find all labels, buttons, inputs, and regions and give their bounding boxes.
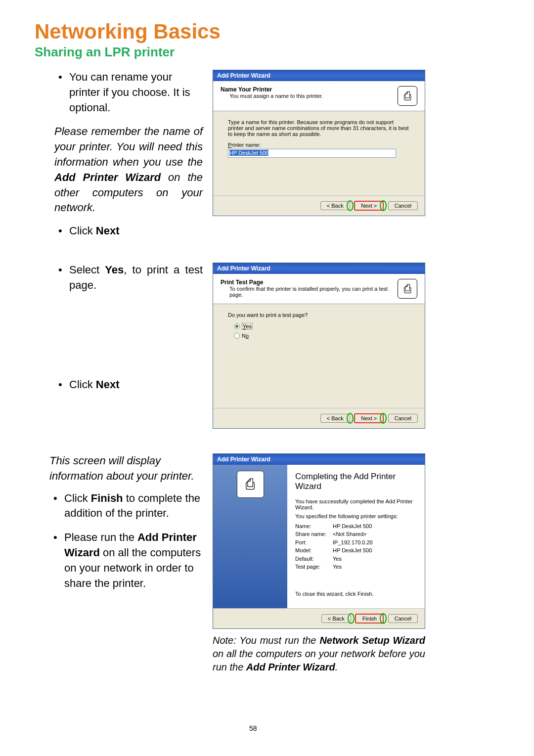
wizard-name-printer: Add Printer Wizard Name Your Printer You… xyxy=(213,70,425,216)
finish-button[interactable]: Finish xyxy=(355,614,384,623)
annotation-oval-icon xyxy=(347,200,354,211)
note-prefix: Note: You must run the xyxy=(213,635,319,646)
click-finish-prefix: Click xyxy=(64,492,91,504)
wizard-2-header-title: Print Test Page xyxy=(221,279,398,286)
back-button[interactable]: < Back xyxy=(320,201,350,210)
radio-yes-row[interactable]: Yes xyxy=(234,323,410,330)
wizard-1-titlebar: Add Printer Wizard xyxy=(213,70,425,81)
wizard-2-header-text: Print Test Page To confirm that the prin… xyxy=(221,279,398,298)
wizard-1-header-title: Name Your Printer xyxy=(221,86,398,93)
wizard-1-header-desc: You must assign a name to this printer. xyxy=(221,93,398,99)
annotation-oval-icon xyxy=(348,613,355,624)
wizard-2-question: Do you want to print a test page? xyxy=(228,312,410,318)
click-next-1-prefix: Click xyxy=(69,224,96,237)
section-3-left: This screen will display information abo… xyxy=(35,453,213,674)
setting-default: Default:Yes xyxy=(295,555,417,563)
wizard-2-header: Print Test Page To confirm that the prin… xyxy=(213,274,425,304)
wizard-2-titlebar: Add Printer Wizard xyxy=(213,263,425,274)
annotation-oval-icon xyxy=(380,413,387,424)
complete-heading: Completing the Add Printer Wizard xyxy=(295,472,417,491)
section-1-right: Add Printer Wizard Name Your Printer You… xyxy=(213,70,504,248)
section-2-bullets-2: Click Next xyxy=(54,377,203,393)
complete-text-2: You specified the following printer sett… xyxy=(295,513,417,519)
wizard-1-header-text: Name Your Printer You must assign a name… xyxy=(221,86,398,99)
printer-name-input[interactable]: HP DeskJet 500 xyxy=(228,149,396,158)
run-wizard-prefix: Please run the xyxy=(64,531,137,543)
remember-prefix: Please remember the name of your printer… xyxy=(54,125,203,168)
radio-yes-label: Yes xyxy=(242,323,253,330)
annotation-oval-icon xyxy=(380,613,387,624)
note-bold-1: Network Setup Wizard xyxy=(319,635,425,646)
setting-port: Port:IP_192.170.0.20 xyxy=(295,538,417,547)
page-container: Networking Basics Sharing an LPR printer… xyxy=(0,0,534,704)
next-button[interactable]: Next > xyxy=(354,201,384,211)
printer-icon: ⎙ xyxy=(237,471,264,498)
wizard-3-footer: < Back Finish Cancel xyxy=(213,608,425,628)
bullet-click-finish: Click Finish to complete the addition of… xyxy=(64,491,203,522)
section-3-right: Add Printer Wizard ⎙ Completing the Add … xyxy=(213,453,504,674)
section-2-left: Select Yes, to print a test page. Click … xyxy=(35,263,213,434)
cancel-button[interactable]: Cancel xyxy=(388,201,418,210)
page-title-sub: Sharing an LPR printer xyxy=(35,44,504,60)
click-finish-bold: Finish xyxy=(91,492,123,504)
wizard-1-footer: < Back Next > Cancel xyxy=(213,195,425,216)
select-yes-bold: Yes xyxy=(105,264,124,276)
printer-name-label: Printer name: xyxy=(228,142,410,148)
click-next-2-bold: Next xyxy=(96,378,120,391)
page-title-main: Networking Basics xyxy=(35,20,504,44)
select-yes-prefix: Select xyxy=(69,264,105,276)
radio-no-row[interactable]: No xyxy=(234,333,410,339)
section-2: Select Yes, to print a test page. Click … xyxy=(35,263,504,434)
setting-model: Model:HP DeskJet 500 xyxy=(295,546,417,555)
annotation-oval-icon xyxy=(380,200,387,211)
printer-name-value: HP DeskJet 500 xyxy=(229,150,268,156)
wizard-completing: Add Printer Wizard ⎙ Completing the Add … xyxy=(213,453,425,629)
cancel-button[interactable]: Cancel xyxy=(388,414,418,423)
wizard-1-header: Name Your Printer You must assign a name… xyxy=(213,81,425,111)
click-next-1-bold: Next xyxy=(96,224,120,237)
bullet-run-wizard: Please run the Add Printer Wizard on all… xyxy=(64,530,203,591)
wizard-2-body: Do you want to print a test page? Yes No xyxy=(213,304,425,408)
setting-test: Test page:Yes xyxy=(295,563,417,571)
wizard-test-page: Add Printer Wizard Print Test Page To co… xyxy=(213,263,425,429)
section-1-bullets-2: Click Next xyxy=(54,223,203,239)
radio-no-label: No xyxy=(242,333,249,339)
annotation-oval-icon xyxy=(347,413,354,424)
back-button[interactable]: < Back xyxy=(320,414,350,423)
complete-text-1: You have successfully completed the Add … xyxy=(295,498,417,510)
section-1-left: You can rename your printer if you choos… xyxy=(35,70,213,248)
section-1-bullets: You can rename your printer if you choos… xyxy=(54,70,203,115)
wizard-2-footer: < Back Next > Cancel xyxy=(213,408,425,428)
bullet-select-yes: Select Yes, to print a test page. xyxy=(69,263,203,293)
cancel-button[interactable]: Cancel xyxy=(388,614,418,623)
setting-name: Name:HP DeskJet 500 xyxy=(295,522,417,531)
section-2-right: Add Printer Wizard Print Test Page To co… xyxy=(213,263,504,434)
page-number: 58 xyxy=(249,724,257,732)
wizard-3-left-panel: ⎙ xyxy=(213,465,287,608)
printer-icon: ⎙ xyxy=(398,279,417,299)
note-bold-2: Add Printer Wizard xyxy=(246,662,335,672)
settings-table: Name:HP DeskJet 500 Share name:<Not Shar… xyxy=(295,522,417,571)
next-button[interactable]: Next > xyxy=(354,413,384,423)
printer-icon: ⎙ xyxy=(398,86,417,106)
back-button[interactable]: < Back xyxy=(321,614,351,623)
wizard-1-instruction: Type a name for this printer. Because so… xyxy=(228,119,410,137)
click-next-2-prefix: Click xyxy=(69,378,96,391)
footer-note: Note: You must run the Network Setup Wiz… xyxy=(213,634,425,674)
radio-yes[interactable] xyxy=(234,323,240,329)
close-text: To close this wizard, click Finish. xyxy=(295,591,417,597)
wizard-3-right-panel: Completing the Add Printer Wizard You ha… xyxy=(287,465,425,608)
remember-bold: Add Printer Wizard xyxy=(54,171,161,183)
section-2-bullets: Select Yes, to print a test page. xyxy=(54,263,203,293)
wizard-3-body: ⎙ Completing the Add Printer Wizard You … xyxy=(213,465,425,608)
remember-note: Please remember the name of your printer… xyxy=(54,124,203,216)
note-suffix: . xyxy=(335,662,338,672)
bullet-rename-printer: You can rename your printer if you choos… xyxy=(69,70,203,115)
radio-no[interactable] xyxy=(234,333,240,339)
bullet-click-next-2: Click Next xyxy=(69,377,203,393)
wizard-3-titlebar: Add Printer Wizard xyxy=(213,454,425,465)
section-3-bullets: Click Finish to complete the addition of… xyxy=(49,491,203,591)
section-1: You can rename your printer if you choos… xyxy=(35,70,504,248)
screen-display-note: This screen will display information abo… xyxy=(49,453,203,484)
bullet-click-next-1: Click Next xyxy=(69,223,203,239)
